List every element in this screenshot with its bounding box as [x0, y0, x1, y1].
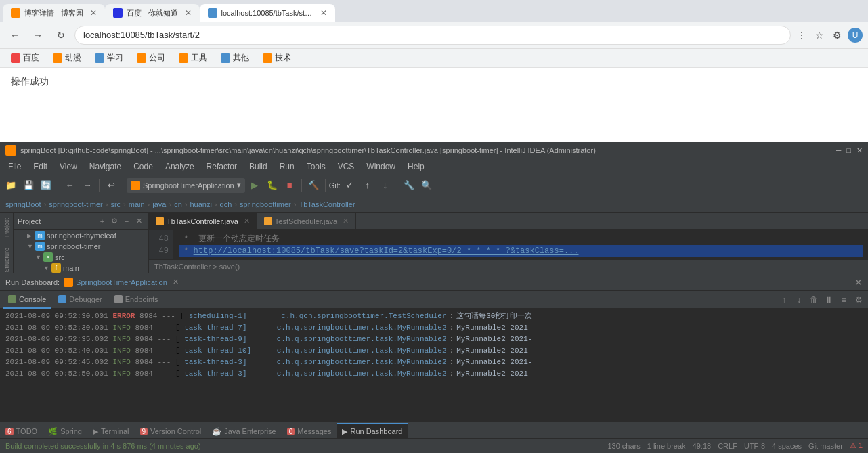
bc-huanzi[interactable]: huanzi: [190, 200, 211, 208]
tab-2-close[interactable]: ✕: [185, 8, 192, 18]
bookmark-baidu[interactable]: 百度: [5, 51, 45, 65]
tab-close-tbtask[interactable]: ✕: [244, 217, 250, 225]
toolbar-push-btn[interactable]: ↑: [360, 177, 376, 194]
tree-item-main[interactable]: ▼ f main: [14, 263, 148, 273]
toolbar-back-btn[interactable]: ←: [62, 177, 78, 194]
menu-build[interactable]: Build: [244, 160, 273, 173]
panel-collapse-btn[interactable]: −: [121, 216, 132, 227]
run-panel-close-btn[interactable]: ✕: [854, 277, 863, 288]
tree-item-springboot-thymeleaf[interactable]: ▶ m springboot-thymeleaf: [14, 230, 148, 241]
forward-button[interactable]: →: [28, 26, 47, 45]
bc-main[interactable]: main: [129, 200, 145, 208]
toolbar-build-btn[interactable]: 🔨: [305, 177, 322, 194]
editor-tab-testscheduler[interactable]: TestScheduler.java ✕: [257, 213, 356, 229]
bt-tab-java-enterprise[interactable]: ☕ Java Enterprise: [207, 423, 281, 438]
tab-2[interactable]: 百度 - 你就知道 ✕: [105, 4, 200, 22]
tab-3-close[interactable]: ✕: [320, 8, 327, 18]
log-class-5: c.h.q.springboottimer.task.MyRunnable2: [277, 358, 447, 366]
toolbar-revert-btn[interactable]: ↩: [103, 177, 119, 194]
extensions-icon[interactable]: ⋮: [795, 28, 808, 42]
bt-tab-vcs[interactable]: 9 Version Control: [135, 423, 207, 438]
bc-sep-8: ›: [234, 200, 237, 208]
menu-help[interactable]: Help: [402, 160, 430, 173]
bookmark-anime[interactable]: 动漫: [47, 51, 87, 65]
profile-icon[interactable]: U: [848, 28, 863, 43]
tab-1-label: 博客详情 - 博客园: [24, 8, 83, 18]
toolbar-refresh-btn[interactable]: 🔄: [38, 177, 54, 194]
toolbar-settings-btn[interactable]: 🔧: [401, 177, 417, 194]
run-pause[interactable]: ⏸: [822, 293, 836, 307]
editor-tab-tbtaskcontroller[interactable]: TbTaskController.java ✕: [149, 213, 257, 229]
address-bar[interactable]: localhost:10085/tbTask/start/2: [74, 26, 791, 45]
toolbar-stop-btn[interactable]: ■: [282, 177, 298, 194]
toolbar-pull-btn[interactable]: ↓: [377, 177, 393, 194]
menu-view[interactable]: View: [54, 160, 83, 173]
bc-springboot[interactable]: springBoot: [5, 200, 41, 208]
project-tool-btn[interactable]: Project: [3, 215, 10, 240]
menu-edit[interactable]: Edit: [28, 160, 53, 173]
tab-1-close[interactable]: ✕: [90, 8, 97, 18]
run-config-dropdown[interactable]: SpringbootTimerApplication ▾: [127, 178, 245, 193]
toolbar-run-btn[interactable]: ▶: [246, 177, 263, 194]
panel-add-btn[interactable]: +: [97, 216, 108, 227]
tab-1[interactable]: 博客详情 - 博客园 ✕: [3, 4, 105, 22]
run-scroll-top[interactable]: ↑: [777, 293, 791, 307]
maximize-button[interactable]: □: [846, 146, 851, 155]
bt-tab-todo[interactable]: 6 TODO: [0, 423, 43, 438]
bc-tbtaskcontroller[interactable]: TbTaskController: [299, 200, 355, 208]
menu-run[interactable]: Run: [274, 160, 300, 173]
bookmark-study[interactable]: 学习: [89, 51, 129, 65]
run-clear[interactable]: 🗑: [807, 293, 821, 307]
settings-icon[interactable]: ⚙: [830, 28, 844, 42]
bt-tab-messages[interactable]: 0 Messages: [282, 423, 337, 438]
bookmark-tech[interactable]: 技术: [257, 51, 297, 65]
bt-tab-terminal[interactable]: ▶ Terminal: [87, 423, 135, 438]
toolbar-folder-btn[interactable]: 📁: [3, 177, 19, 194]
bt-tab-spring[interactable]: 🌿 Spring: [43, 423, 87, 438]
run-scroll-bottom[interactable]: ↓: [792, 293, 806, 307]
run-tab-debugger[interactable]: Debugger: [53, 291, 107, 309]
code-content[interactable]: * 更新一个动态定时任务 * http://localhost:10085/tb…: [173, 230, 868, 259]
bc-springboottimer[interactable]: springboottimer: [240, 200, 291, 208]
bookmark-icon[interactable]: ☆: [812, 28, 826, 42]
structure-tool-btn[interactable]: Structure: [3, 245, 10, 273]
bc-springboot-timer[interactable]: springboot-timer: [49, 200, 102, 208]
toolbar-save-btn[interactable]: 💾: [20, 177, 37, 194]
bc-src[interactable]: src: [110, 200, 121, 208]
run-app-close[interactable]: ✕: [173, 278, 179, 286]
bt-tab-run-dashboard[interactable]: ▶ Run Dashboard: [337, 423, 408, 438]
tab-3[interactable]: localhost:10085/tbTask/start/2 ✕: [200, 4, 335, 22]
menu-code[interactable]: Code: [128, 160, 158, 173]
bookmark-other[interactable]: 其他: [215, 51, 255, 65]
back-button[interactable]: ←: [5, 26, 24, 45]
toolbar-debug-btn[interactable]: 🐛: [264, 177, 280, 194]
close-button[interactable]: ✕: [856, 146, 863, 155]
menu-navigate[interactable]: Navigate: [84, 160, 127, 173]
tree-item-springboot-timer[interactable]: ▼ m springboot-timer: [14, 241, 148, 252]
menu-file[interactable]: File: [3, 160, 26, 173]
bookmark-tools[interactable]: 工具: [173, 51, 213, 65]
tab-close-testscheduler[interactable]: ✕: [343, 217, 349, 225]
toolbar-search-btn[interactable]: 🔍: [418, 177, 435, 194]
run-tab-console[interactable]: Console: [3, 291, 51, 309]
minimize-button[interactable]: ─: [836, 146, 842, 155]
panel-settings-btn[interactable]: ⚙: [109, 216, 120, 227]
menu-refactor[interactable]: Refactor: [201, 160, 242, 173]
tree-item-src[interactable]: ▼ s src: [14, 252, 148, 263]
run-tab-endpoints[interactable]: Endpoints: [109, 291, 164, 309]
bc-java[interactable]: java: [152, 200, 166, 208]
menu-analyze[interactable]: Analyze: [160, 160, 200, 173]
menu-window[interactable]: Window: [361, 160, 401, 173]
bc-cn[interactable]: cn: [174, 200, 182, 208]
menu-tools[interactable]: Tools: [301, 160, 331, 173]
bc-qch[interactable]: qch: [220, 200, 232, 208]
toolbar-fwd-btn[interactable]: →: [79, 177, 95, 194]
terminal-label: Terminal: [101, 427, 129, 435]
run-filter[interactable]: ≡: [837, 293, 850, 307]
menu-vcs[interactable]: VCS: [332, 160, 360, 173]
run-settings[interactable]: ⚙: [852, 293, 865, 307]
bookmark-company[interactable]: 公司: [131, 51, 171, 65]
reload-button[interactable]: ↻: [51, 26, 70, 45]
toolbar-commit-btn[interactable]: ✓: [342, 177, 358, 194]
panel-hide-btn[interactable]: ✕: [133, 216, 144, 227]
